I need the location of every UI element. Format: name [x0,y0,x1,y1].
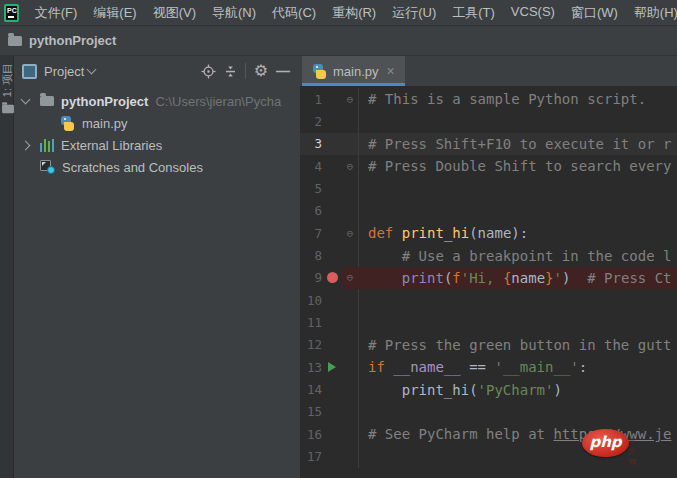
code-text [358,401,677,423]
code-line: 12# Press the green button in the gutt [300,334,677,356]
menu-item[interactable]: 文件(F) [27,1,86,25]
project-panel-header: Project [14,56,300,86]
scratches-icon [40,160,55,174]
pycharm-logo-icon: PC [4,4,19,22]
code-line: 2 [300,110,677,132]
tree-item-label: pythonProject [61,94,148,109]
breadcrumb-project[interactable]: pythonProject [29,33,116,48]
php-watermark-suffix: 中文网 [628,435,636,468]
menu-item[interactable]: 视图(V) [145,1,204,25]
code-line: 15 [300,401,677,423]
folder-icon [8,36,22,46]
line-number: 6 [300,203,322,218]
header-divider [245,63,246,79]
line-number: 12 [300,337,322,352]
settings-gear-icon[interactable]: ⚙ [250,60,272,82]
menu-item[interactable]: 编辑(E) [85,1,144,25]
locate-icon[interactable] [197,60,219,82]
tree-row-external-libraries[interactable]: External Libraries [14,134,300,156]
code-line: 9⊖ print(f'Hi, {name}') # Press Ct [300,267,677,289]
menu-item[interactable]: 工具(T) [444,1,503,25]
code-line: 6 [300,200,677,222]
editor-column: main.py × 1⊖# This is a sample Python sc… [300,56,677,478]
editor-tab-bar: main.py × [300,56,677,86]
menu-item[interactable]: 运行(U) [384,1,444,25]
line-number: 8 [300,248,322,263]
tree-item-path: C:\Users\jieran\Pycha [155,94,281,109]
breakpoint-icon[interactable] [322,272,342,283]
code-text [358,110,677,132]
line-number: 4 [300,159,322,174]
code-line: 11 [300,311,677,333]
code-text: if __name__ == '__main__': [358,356,677,378]
project-tool-window-button[interactable]: 1: 项目 [0,50,14,110]
code-line: 3# Press Shift+F10 to execute it or r [300,133,677,155]
project-tree: pythonProject C:\Users\jieran\Pycha main… [14,86,300,178]
tree-row-main-py[interactable]: main.py [14,112,300,134]
fold-icon[interactable]: ⊖ [342,227,358,240]
code-line: 4⊖# Press Double Shift to search every [300,155,677,177]
code-text [358,177,677,199]
close-icon[interactable]: × [387,64,395,78]
chevron-down-icon[interactable] [21,94,31,104]
libraries-icon [40,139,54,152]
code-text: print(f'Hi, {name}') # Press Ct [358,267,677,289]
menu-item[interactable]: 窗口(W) [563,1,626,25]
code-text: # Press Double Shift to search every [358,155,677,177]
tree-row-scratches[interactable]: Scratches and Consoles [14,156,300,178]
fold-icon[interactable]: ⊖ [342,160,358,173]
chevron-down-icon[interactable] [87,64,97,74]
code-line: 13if __name__ == '__main__': [300,356,677,378]
code-line: 7⊖def print_hi(name): [300,222,677,244]
fold-icon[interactable]: ⊖ [342,93,358,106]
line-number: 5 [300,181,322,196]
tree-row-python-project[interactable]: pythonProject C:\Users\jieran\Pycha [14,90,300,112]
folder-icon [40,96,54,106]
code-area[interactable]: 1⊖# This is a sample Python script.23# P… [300,86,677,478]
python-file-icon [312,64,327,79]
tool-window-stripe: 1: 项目 [0,56,14,478]
code-text [358,311,677,333]
pycharm-window: PC 文件(F)编辑(E)视图(V)导航(N)代码(C)重构(R)运行(U)工具… [0,0,677,478]
line-number: 2 [300,114,322,129]
project-panel-title[interactable]: Project [44,64,84,79]
menu-item[interactable]: 代码(C) [264,1,324,25]
project-tool-icon [22,64,37,79]
php-watermark: php 中文网 [582,429,629,457]
code-text: # This is a sample Python script. [358,88,677,110]
code-text: # Use a breakpoint in the code l [358,244,677,266]
menu-item[interactable]: 导航(N) [204,1,264,25]
line-number: 16 [300,427,322,442]
line-number: 7 [300,226,322,241]
line-number: 15 [300,404,322,419]
fold-icon[interactable]: ⊖ [342,271,358,284]
line-number: 10 [300,293,322,308]
code-text: def print_hi(name): [358,222,677,244]
line-number: 9 [300,270,322,285]
php-logo-icon: php [582,429,629,457]
code-line: 1⊖# This is a sample Python script. [300,88,677,110]
code-line: 14 print_hi('PyCharm') [300,378,677,400]
tree-item-label: External Libraries [61,138,162,153]
code-line: 10 [300,289,677,311]
chevron-right-icon[interactable] [21,140,31,150]
tree-item-label: Scratches and Consoles [62,160,203,175]
tab-main-py[interactable]: main.py × [302,56,405,86]
code-text: # Press the green button in the gutt [358,334,677,356]
run-icon[interactable] [322,362,342,372]
menu-item[interactable]: 重构(R) [324,1,384,25]
menu-item[interactable]: VCS(S) [503,1,563,25]
python-file-icon [60,116,75,131]
code-line: 5 [300,177,677,199]
menu-item[interactable]: 帮助(H) [626,1,677,25]
hide-panel-icon[interactable]: — [272,60,294,82]
code-line: 8 # Use a breakpoint in the code l [300,244,677,266]
code-text [358,200,677,222]
stripe-folder-icon[interactable] [2,105,14,114]
line-number: 17 [300,449,322,464]
tree-item-label: main.py [82,116,128,131]
line-number: 3 [300,136,322,151]
line-number: 11 [300,315,322,330]
collapse-all-icon[interactable] [219,60,241,82]
line-number: 14 [300,382,322,397]
